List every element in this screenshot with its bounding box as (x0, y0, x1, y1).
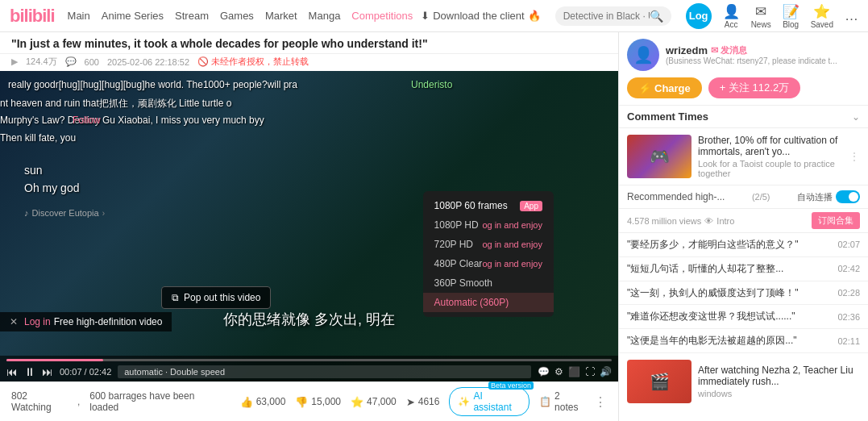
download-client[interactable]: ⬇ Download the client 🔥 (421, 10, 540, 22)
quality-1080p60[interactable]: 1080P 60 frames App (423, 196, 554, 215)
user-wechat-info: (Business WeChat: rtseny27, please indic… (666, 56, 860, 65)
nav-menu: Main Anime Series Stream Games Market Ma… (68, 10, 413, 22)
nav-item-stream[interactable]: Stream (175, 10, 209, 22)
fullscreen-button[interactable]: ⛶ (585, 366, 595, 377)
recommended-title: Recommended high-... (627, 191, 725, 202)
header-icon-more[interactable]: … (845, 8, 858, 24)
skip-back-button[interactable]: ⏮ (6, 365, 18, 378)
header-icon-saved[interactable]: ⭐ Saved (811, 3, 833, 29)
recommended-header: Recommended high-... (2/5) 自动连播 (619, 185, 868, 209)
right-controls: 💬 ⚙ ⬛ ⛶ 🔊 (538, 366, 612, 377)
bilibili-logo[interactable]: bilibili (10, 6, 55, 27)
main-layout: "In just a few minutes, it took a whole … (0, 32, 868, 421)
comment-times-tab[interactable]: Comment Times (627, 110, 708, 123)
barrage-input[interactable]: automatic · Double speed (118, 365, 531, 378)
skip-forward-button[interactable]: ⏭ (42, 365, 53, 378)
tab-chevron-icon[interactable]: ⌄ (852, 111, 860, 123)
search-icon[interactable]: 🔍 (650, 10, 663, 23)
barrage-omg: Oh my god (24, 181, 79, 194)
barrage-item: Then kill fate, you (0, 132, 76, 144)
comment-count: 600 (85, 57, 99, 67)
rec-item-2[interactable]: "这一刻，执剑人的威慑度达到了顶峰！" 02:28 (619, 281, 868, 306)
charge-button[interactable]: ⚡ Charge (627, 77, 702, 98)
like-button[interactable]: 👍 63,000 (240, 396, 286, 408)
header-icon-news[interactable]: ✉ News (751, 3, 771, 29)
auto-play-toggle[interactable]: 自动连播 (797, 190, 860, 203)
barrage-sun: sun (24, 164, 43, 177)
settings-button[interactable]: ⚙ (554, 366, 563, 377)
video-player[interactable]: really goodr[hug][hug][hug][bug]he world… (0, 71, 618, 381)
login-button[interactable]: Log (686, 3, 712, 29)
header-icon-blog[interactable]: 📝 Blog (783, 3, 799, 29)
nav-item-market[interactable]: Market (265, 10, 297, 22)
quality-720phd[interactable]: 720P HD og in and enjoy (423, 235, 554, 254)
last-item-info: After watching Nezha 2, Teacher Liu imme… (698, 365, 860, 398)
recommended-sub-header: 4.578 million views 👁 Intro 订阅合集 (619, 209, 868, 233)
play-pause-button[interactable]: ⏸ (24, 365, 35, 378)
nav-item-main[interactable]: Main (68, 10, 90, 22)
rec-item-0[interactable]: "要经历多少，才能明白这些话的意义？" 02:07 (619, 233, 868, 257)
dislike-button[interactable]: 👎 15,000 (295, 396, 341, 408)
subscribe-collection-button[interactable]: 订阅合集 (812, 212, 860, 229)
user-avatar: 👤 (627, 39, 659, 71)
toggle-switch[interactable] (836, 190, 860, 203)
separator: , (77, 396, 80, 407)
ad-title: Brother, 10% off for cultivation of immo… (698, 135, 842, 157)
view-count: 124.4万 (26, 56, 57, 68)
nav-item-manga[interactable]: Manga (309, 10, 341, 22)
rec-item-3[interactable]: "难道你还想改变这世界？我想试试......" 02:36 (619, 305, 868, 329)
barrage-item: nt heaven and ruin that把抓住，顽剧炼化 Little t… (0, 97, 231, 110)
ad-more-button[interactable]: ⋮ (849, 150, 860, 163)
rec-item-1[interactable]: "短短几句话，听懂的人却花了整整... 02:42 (619, 257, 868, 281)
last-rec-item[interactable]: 🎬 After watching Nezha 2, Teacher Liu im… (619, 353, 868, 410)
nav-item-anime[interactable]: Anime Series (102, 10, 164, 22)
share-button[interactable]: ➤ 4616 (406, 396, 440, 408)
watch-count: 802 Watching (11, 390, 68, 413)
header-icon-group: 👤 Acc ✉ News 📝 Blog ⭐ Saved … (723, 3, 858, 29)
quality-480p[interactable]: 480P Clear og in and enjoy (423, 254, 554, 273)
search-input[interactable] (563, 10, 650, 22)
ad-thumbnail: 🎮 (627, 135, 691, 178)
thumb-up-icon: 👍 (240, 396, 253, 408)
upload-date: 2025-02-06 22:18:52 (107, 57, 189, 67)
ad-subtitle: Look for a Taoist couple to practice tog… (698, 159, 842, 178)
rec-item-4[interactable]: "这便是当年的电影无法被超越的原因..." 02:11 (619, 329, 868, 353)
header-icon-acc[interactable]: 👤 Acc (723, 3, 740, 29)
follow-button[interactable]: + 关注 112.2万 (708, 77, 800, 98)
user-row: 👤 wrizedm ✉ 发消息 (Business WeChat: rtseny… (627, 39, 860, 71)
quality-1080phd[interactable]: 1080P HD og in and enjoy (423, 215, 554, 235)
nav-item-games[interactable]: Games (220, 10, 254, 22)
quality-360p[interactable]: 360P Smooth (423, 273, 554, 293)
ad-info: Brother, 10% off for cultivation of immo… (698, 135, 842, 178)
quality-badge: App (520, 201, 542, 211)
blog-icon: 📝 (783, 3, 799, 20)
music-info: ♪ Discover Eutopia › (24, 208, 105, 218)
popout-button[interactable]: ⧉ Pop out this video (161, 286, 271, 309)
send-message-button[interactable]: ✉ 发消息 (711, 44, 747, 56)
ai-assistant-button[interactable]: Beta version ✨ AI assistant (449, 387, 530, 416)
progress-bar[interactable] (6, 359, 612, 361)
sidebar-advertisement[interactable]: 🎮 Brother, 10% off for cultivation of im… (619, 128, 868, 185)
copyright-warning: 🚫 未经作者授权，禁止转载 (197, 56, 309, 68)
video-bottom-bar: 802 Watching , 600 barrages have been lo… (0, 381, 618, 421)
charge-lightning-icon: ⚡ (638, 82, 651, 94)
star-button[interactable]: ⭐ 47,000 (351, 396, 397, 408)
search-bar[interactable]: 🔍 (555, 6, 671, 26)
notes-button[interactable]: 📋 2 notes (539, 390, 584, 413)
thumb-down-icon: 👎 (295, 396, 308, 408)
barrage-count: 600 barrages have been loaded (89, 390, 220, 413)
comment-count-icon: 💬 (65, 56, 77, 67)
views-count: 4.578 million views 👁 Intro (627, 216, 734, 226)
star-icon: ⭐ (351, 396, 363, 408)
theater-button[interactable]: ⬛ (568, 366, 580, 377)
popout-icon: ⧉ (172, 292, 179, 303)
user-name: wrizedm ✉ 发消息 (666, 44, 860, 56)
download-icon: ⬇ (421, 10, 430, 22)
sidebar-action-buttons: ⚡ Charge + 关注 112.2万 (627, 77, 860, 98)
header: bilibili Main Anime Series Stream Games … (0, 0, 868, 32)
more-actions-button[interactable]: ⋮ (594, 394, 607, 410)
volume-button[interactable]: 🔊 (600, 366, 612, 377)
nav-item-competitions[interactable]: Competitions (351, 10, 413, 22)
video-title: "In just a few minutes, it took a whole … (0, 32, 618, 54)
barrage-toggle-button[interactable]: 💬 (538, 366, 550, 377)
